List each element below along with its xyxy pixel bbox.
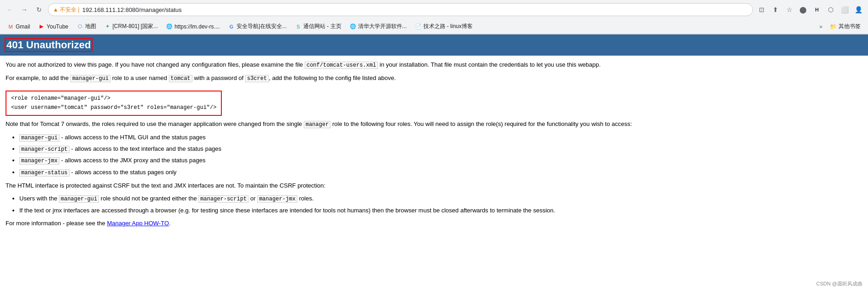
- tomcat-user-code: tomcat: [169, 75, 192, 82]
- other-bookmarks[interactable]: 📁 其他书签: [826, 21, 864, 32]
- back-button[interactable]: ←: [4, 4, 16, 16]
- nav-icons: ⊡ ⬆ ☆ ⬤ H ⬡ ⬜ 👤: [756, 4, 864, 16]
- manager-gui-code: manager-gui: [19, 134, 59, 142]
- bookmark-security[interactable]: G 安全导航|在线安全...: [225, 21, 290, 32]
- nav-bar: ← → ↻ ▲ 不安全 | 192.168.111.12:8080/manage…: [0, 0, 868, 19]
- security-bookmark-icon: G: [228, 23, 235, 30]
- para2-mid2: with a password of: [192, 74, 245, 81]
- bookmark-lm[interactable]: 🌐 https://lm.dev-rs....: [162, 22, 224, 31]
- bookmark-gmail[interactable]: M Gmail: [4, 22, 34, 31]
- extension-button-1[interactable]: H: [811, 4, 823, 16]
- csrf-list: Users with the manager-gui role should n…: [19, 194, 862, 215]
- url-text: 192.168.111.12:8080/manager/status: [82, 6, 748, 13]
- bookmarks-more-button[interactable]: »: [816, 22, 825, 31]
- csrf-before: Users with the: [19, 195, 59, 202]
- para5-before: For more information - please see the: [6, 220, 107, 227]
- manager-gui-desc: - allows access to the HTML GUI and the …: [61, 134, 206, 141]
- manager-jmx-code: manager-jmx: [19, 157, 59, 165]
- account-button[interactable]: 👤: [852, 4, 864, 16]
- browser-chrome: ← → ↻ ▲ 不安全 | 192.168.111.12:8080/manage…: [0, 0, 868, 34]
- para2-before: For example, to add the: [6, 74, 70, 81]
- manager-gui-code1: manager-gui: [70, 75, 110, 82]
- csrf-or: or: [249, 195, 257, 202]
- translate-button[interactable]: ⊡: [756, 4, 768, 16]
- csrf-roles-after: roles.: [297, 195, 313, 202]
- csrf-manager-gui-code: manager-gui: [59, 195, 99, 203]
- para1-after: in your installation. That file must con…: [378, 61, 601, 68]
- para2-after: , add the following to the config file l…: [269, 74, 396, 81]
- list-item-manager-status: manager-status - allows access to the st…: [19, 168, 862, 177]
- page-body: You are not authorized to view this page…: [0, 56, 868, 237]
- bookmark-gmail-label: Gmail: [16, 23, 30, 30]
- page-title: 401 Unauthorized: [5, 38, 863, 52]
- bookmark-youtube[interactable]: ▶ YouTube: [35, 22, 72, 31]
- code-line-1: <role rolename="manager-gui"/>: [11, 94, 216, 103]
- config-code-block: <role rolename="manager-gui"/> <user use…: [6, 91, 222, 115]
- bookmark-telecom-label: 通信网站 - 主页: [303, 23, 341, 30]
- lm-icon: 🌐: [166, 23, 173, 30]
- youtube-icon: ▶: [38, 23, 45, 30]
- bookmark-tsinghua[interactable]: 🌐 清华大学开源软件...: [346, 21, 411, 32]
- crm-icon: ✦: [104, 23, 111, 30]
- bookmark-lm-label: https://lm.dev-rs....: [174, 23, 220, 30]
- s3cret-code: s3cret: [245, 75, 269, 82]
- list-item-manager-gui: manager-gui - allows access to the HTML …: [19, 133, 862, 143]
- extension-button-2[interactable]: ⬡: [825, 4, 837, 16]
- manager-script-desc: - allows access to the text interface an…: [71, 145, 221, 152]
- list-item-manager-jmx: manager-jmx - allows access to the JMX p…: [19, 156, 862, 165]
- para3-after: role to the following four roles. You wi…: [330, 120, 632, 127]
- bookmark-linux[interactable]: 📄 技术之路 - linux博客: [411, 21, 476, 32]
- share-button[interactable]: ⬆: [770, 4, 781, 16]
- manager-code: manager: [304, 121, 330, 128]
- bookmark-star-button[interactable]: ☆: [783, 4, 795, 16]
- para2-mid1: role to a user named: [110, 74, 168, 81]
- bookmarks-bar: M Gmail ▶ YouTube ⬡ 地图 ✦ [CRM-801] [国家..…: [0, 19, 868, 34]
- para3: Note that for Tomcat 7 onwards, the role…: [6, 120, 862, 129]
- page-title-text: 401 Unauthorized: [5, 38, 93, 52]
- manager-status-desc: - allows access to the status pages only: [71, 169, 176, 176]
- tsinghua-icon: 🌐: [350, 23, 356, 30]
- bookmark-crm[interactable]: ✦ [CRM-801] [国家...: [101, 21, 162, 32]
- para5-after: .: [169, 220, 171, 227]
- page-header: 401 Unauthorized: [0, 34, 868, 56]
- page-content: 401 Unauthorized You are not authorized …: [0, 34, 868, 237]
- list-item-manager-script: manager-script - allows access to the te…: [19, 144, 862, 154]
- linux-icon: 📄: [415, 23, 422, 30]
- manager-script-code: manager-script: [19, 146, 69, 153]
- profile-button[interactable]: ⬤: [797, 4, 809, 16]
- manager-status-code: manager-status: [19, 169, 69, 177]
- address-bar[interactable]: ▲ 不安全 | 192.168.111.12:8080/manager/stat…: [48, 3, 753, 16]
- csrf-mid: role should not be granted either the: [99, 195, 198, 202]
- bookmark-crm-label: [CRM-801] [国家...: [113, 23, 158, 30]
- roles-list: manager-gui - allows access to the HTML …: [19, 133, 862, 177]
- gmail-icon: M: [7, 23, 14, 30]
- security-icon: ▲ 不安全 |: [53, 6, 80, 14]
- code-line-2: <user username="tomcat" password="s3ret"…: [11, 103, 216, 112]
- para1-before: You are not authorized to view this page…: [6, 61, 305, 68]
- para5: For more information - please see the Ma…: [6, 219, 862, 228]
- bookmark-linux-label: 技术之路 - linux博客: [423, 23, 473, 30]
- bookmark-youtube-label: YouTube: [46, 23, 68, 30]
- forward-button[interactable]: →: [18, 4, 30, 16]
- manager-howto-link[interactable]: Manager App HOW-TO: [107, 220, 169, 227]
- para3-before: Note that for Tomcat 7 onwards, the role…: [6, 120, 304, 127]
- bookmark-security-label: 安全导航|在线安全...: [237, 23, 287, 30]
- bookmark-maps[interactable]: ⬡ 地图: [73, 21, 100, 32]
- csrf-item2-text: If the text or jmx interfaces are access…: [19, 207, 555, 214]
- maps-icon: ⬡: [77, 23, 83, 30]
- tomcat-users-xml-code: conf/tomcat-users.xml: [305, 62, 378, 69]
- csrf-manager-jmx-code: manager-jmx: [257, 195, 297, 203]
- refresh-button[interactable]: ↻: [33, 4, 45, 16]
- para4: The HTML interface is protected against …: [6, 181, 862, 191]
- maximize-button[interactable]: ⬜: [839, 4, 851, 16]
- bookmark-maps-label: 地图: [85, 23, 96, 30]
- csrf-list-item-1: Users with the manager-gui role should n…: [19, 194, 862, 204]
- manager-jmx-desc: - allows access to the JMX proxy and the…: [61, 157, 206, 164]
- csrf-list-item-2: If the text or jmx interfaces are access…: [19, 206, 862, 216]
- folder-icon: 📁: [830, 23, 837, 30]
- para1: You are not authorized to view this page…: [6, 60, 862, 70]
- csrf-manager-script-code: manager-script: [198, 195, 249, 203]
- bookmark-tsinghua-label: 清华大学开源软件...: [358, 23, 407, 30]
- bookmark-telecom[interactable]: S 通信网站 - 主页: [291, 21, 345, 32]
- para2: For example, to add the manager-gui role…: [6, 74, 862, 83]
